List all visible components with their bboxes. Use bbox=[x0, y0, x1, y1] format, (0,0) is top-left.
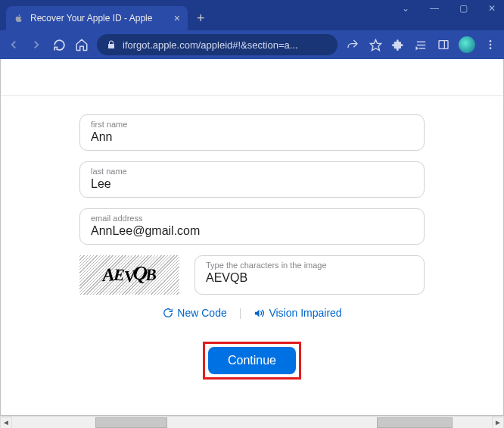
new-code-label: New Code bbox=[177, 307, 226, 319]
forward-icon[interactable] bbox=[29, 37, 44, 52]
captcha-input-label: Type the characters in the image bbox=[206, 261, 413, 270]
window-close-icon[interactable]: ✕ bbox=[484, 3, 499, 14]
first-name-input[interactable] bbox=[91, 129, 413, 144]
lock-icon bbox=[106, 39, 117, 50]
share-icon[interactable] bbox=[345, 37, 360, 52]
link-separator: | bbox=[239, 307, 242, 319]
email-label: email address bbox=[91, 214, 413, 223]
refresh-icon bbox=[162, 308, 173, 319]
divider bbox=[1, 95, 503, 96]
svg-marker-0 bbox=[370, 39, 381, 50]
sidepanel-icon[interactable] bbox=[436, 37, 451, 52]
back-icon[interactable] bbox=[6, 37, 21, 52]
last-name-input[interactable] bbox=[91, 176, 413, 191]
continue-button[interactable]: Continue bbox=[208, 347, 296, 374]
captcha-field[interactable]: Type the characters in the image bbox=[194, 255, 425, 295]
home-icon[interactable] bbox=[74, 37, 89, 52]
first-name-field[interactable]: first name bbox=[79, 114, 425, 151]
svg-point-8 bbox=[490, 44, 492, 46]
captcha-image: AEVQB bbox=[79, 255, 179, 295]
scroll-track[interactable] bbox=[12, 417, 492, 429]
profile-avatar[interactable] bbox=[459, 36, 475, 53]
scroll-thumb[interactable] bbox=[377, 417, 453, 428]
audio-icon bbox=[254, 308, 265, 319]
new-tab-button[interactable]: + bbox=[188, 6, 214, 30]
extensions-icon[interactable] bbox=[390, 37, 406, 52]
apple-favicon-icon bbox=[14, 13, 24, 23]
svg-rect-5 bbox=[439, 41, 448, 49]
svg-point-7 bbox=[490, 40, 492, 42]
browser-tab[interactable]: Recover Your Apple ID - Apple × bbox=[6, 6, 188, 30]
vision-impaired-label: Vision Impaired bbox=[269, 307, 341, 319]
svg-marker-4 bbox=[415, 45, 418, 50]
horizontal-scrollbar[interactable]: ◄ ► bbox=[0, 416, 504, 428]
window-minimize-icon[interactable]: — bbox=[427, 3, 442, 14]
captcha-input[interactable] bbox=[206, 270, 413, 285]
continue-highlight: Continue bbox=[203, 342, 301, 380]
svg-point-9 bbox=[490, 47, 492, 49]
scroll-right-icon[interactable]: ► bbox=[492, 417, 504, 429]
vision-impaired-link[interactable]: Vision Impaired bbox=[254, 307, 341, 319]
menu-icon[interactable] bbox=[483, 37, 498, 52]
star-icon[interactable] bbox=[368, 37, 383, 52]
last-name-label: last name bbox=[91, 167, 413, 176]
last-name-field[interactable]: last name bbox=[79, 161, 425, 198]
reload-icon[interactable] bbox=[51, 37, 67, 52]
address-bar[interactable]: iforgot.apple.com/appleid#!&section=a... bbox=[97, 34, 338, 55]
chevron-down-icon[interactable]: ⌄ bbox=[398, 3, 413, 14]
url-text: iforgot.apple.com/appleid#!&section=a... bbox=[123, 39, 328, 51]
email-field[interactable]: email address bbox=[79, 208, 425, 245]
first-name-label: first name bbox=[91, 120, 413, 129]
tab-title: Recover Your Apple ID - Apple bbox=[30, 13, 168, 23]
scroll-thumb[interactable] bbox=[95, 417, 167, 428]
email-input[interactable] bbox=[91, 223, 413, 238]
window-maximize-icon[interactable]: ▢ bbox=[456, 3, 471, 14]
new-code-link[interactable]: New Code bbox=[162, 307, 226, 319]
tab-close-icon[interactable]: × bbox=[174, 12, 180, 24]
scroll-left-icon[interactable]: ◄ bbox=[0, 417, 12, 429]
recover-form: first name last name email address AEVQB… bbox=[79, 114, 425, 380]
media-icon[interactable] bbox=[413, 37, 428, 52]
